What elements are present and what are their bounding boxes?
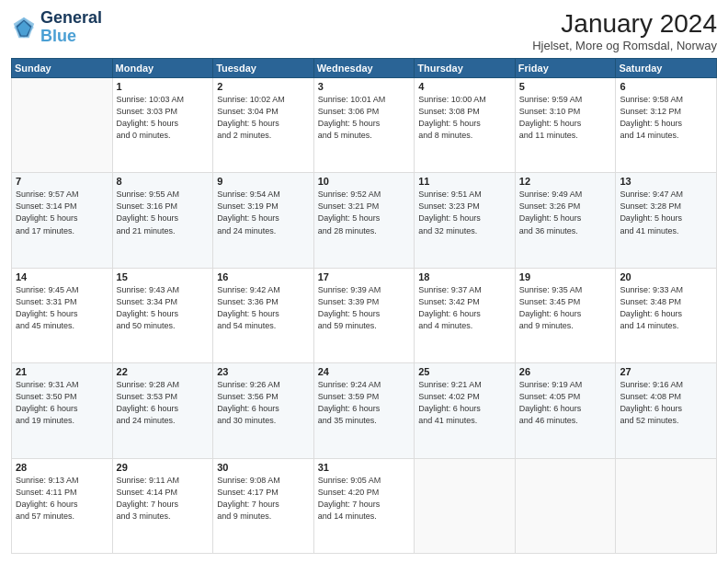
calendar-cell: 22Sunrise: 9:28 AM Sunset: 3:53 PM Dayli… bbox=[112, 363, 213, 458]
day-info: Sunrise: 9:37 AM Sunset: 3:42 PM Dayligh… bbox=[418, 284, 511, 332]
calendar-cell: 16Sunrise: 9:42 AM Sunset: 3:36 PM Dayli… bbox=[213, 268, 314, 362]
calendar-cell: 19Sunrise: 9:35 AM Sunset: 3:45 PM Dayli… bbox=[515, 268, 616, 362]
day-info: Sunrise: 9:28 AM Sunset: 3:53 PM Dayligh… bbox=[117, 379, 210, 427]
day-number: 3 bbox=[318, 81, 411, 92]
col-thursday: Thursday bbox=[415, 59, 516, 78]
calendar-cell: 12Sunrise: 9:49 AM Sunset: 3:26 PM Dayli… bbox=[515, 173, 616, 268]
day-number: 16 bbox=[217, 271, 310, 282]
day-number: 2 bbox=[217, 81, 310, 92]
day-info: Sunrise: 9:26 AM Sunset: 3:56 PM Dayligh… bbox=[217, 379, 310, 427]
calendar-cell: 13Sunrise: 9:47 AM Sunset: 3:28 PM Dayli… bbox=[616, 173, 717, 268]
day-number: 27 bbox=[620, 366, 712, 377]
day-info: Sunrise: 9:39 AM Sunset: 3:39 PM Dayligh… bbox=[318, 284, 411, 332]
day-number: 15 bbox=[117, 271, 210, 282]
day-number: 12 bbox=[519, 176, 612, 187]
day-number: 17 bbox=[318, 271, 411, 282]
calendar-cell: 31Sunrise: 9:05 AM Sunset: 4:20 PM Dayli… bbox=[313, 458, 415, 553]
day-number: 28 bbox=[16, 462, 108, 473]
day-number: 8 bbox=[117, 176, 210, 187]
day-number: 7 bbox=[16, 176, 108, 187]
day-number: 5 bbox=[519, 81, 612, 92]
page: General Blue January 2024 Hjelset, More … bbox=[0, 0, 728, 563]
calendar-cell: 26Sunrise: 9:19 AM Sunset: 4:05 PM Dayli… bbox=[515, 363, 616, 458]
day-number: 22 bbox=[117, 366, 210, 377]
col-sunday: Sunday bbox=[12, 59, 113, 78]
day-info: Sunrise: 9:42 AM Sunset: 3:36 PM Dayligh… bbox=[217, 284, 310, 332]
calendar-cell: 7Sunrise: 9:57 AM Sunset: 3:14 PM Daylig… bbox=[12, 173, 113, 268]
calendar-cell: 14Sunrise: 9:45 AM Sunset: 3:31 PM Dayli… bbox=[12, 268, 113, 362]
day-info: Sunrise: 9:16 AM Sunset: 4:08 PM Dayligh… bbox=[620, 379, 712, 427]
day-info: Sunrise: 9:05 AM Sunset: 4:20 PM Dayligh… bbox=[318, 475, 411, 523]
calendar-week-row: 7Sunrise: 9:57 AM Sunset: 3:14 PM Daylig… bbox=[12, 173, 717, 268]
day-info: Sunrise: 10:00 AM Sunset: 3:08 PM Daylig… bbox=[418, 94, 511, 142]
calendar-cell: 4Sunrise: 10:00 AM Sunset: 3:08 PM Dayli… bbox=[415, 78, 516, 173]
logo-icon bbox=[11, 15, 37, 40]
day-info: Sunrise: 10:03 AM Sunset: 3:03 PM Daylig… bbox=[117, 94, 210, 142]
calendar-cell bbox=[616, 458, 717, 553]
day-info: Sunrise: 9:35 AM Sunset: 3:45 PM Dayligh… bbox=[519, 284, 612, 332]
day-info: Sunrise: 9:58 AM Sunset: 3:12 PM Dayligh… bbox=[620, 94, 712, 142]
day-info: Sunrise: 9:19 AM Sunset: 4:05 PM Dayligh… bbox=[519, 379, 612, 427]
day-info: Sunrise: 9:24 AM Sunset: 3:59 PM Dayligh… bbox=[318, 379, 411, 427]
calendar-cell: 15Sunrise: 9:43 AM Sunset: 3:34 PM Dayli… bbox=[112, 268, 213, 362]
day-info: Sunrise: 9:33 AM Sunset: 3:48 PM Dayligh… bbox=[620, 284, 712, 332]
calendar-cell: 1Sunrise: 10:03 AM Sunset: 3:03 PM Dayli… bbox=[112, 78, 213, 173]
calendar-cell: 11Sunrise: 9:51 AM Sunset: 3:23 PM Dayli… bbox=[415, 173, 516, 268]
calendar-cell: 25Sunrise: 9:21 AM Sunset: 4:02 PM Dayli… bbox=[415, 363, 516, 458]
col-monday: Monday bbox=[112, 59, 213, 78]
calendar-cell: 10Sunrise: 9:52 AM Sunset: 3:21 PM Dayli… bbox=[313, 173, 415, 268]
day-number: 9 bbox=[217, 176, 310, 187]
calendar-cell: 17Sunrise: 9:39 AM Sunset: 3:39 PM Dayli… bbox=[313, 268, 415, 362]
logo-text: General Blue bbox=[40, 9, 102, 46]
day-info: Sunrise: 9:45 AM Sunset: 3:31 PM Dayligh… bbox=[16, 284, 108, 332]
day-number: 18 bbox=[418, 271, 511, 282]
calendar-cell: 2Sunrise: 10:02 AM Sunset: 3:04 PM Dayli… bbox=[213, 78, 314, 173]
day-number: 11 bbox=[418, 176, 511, 187]
calendar-cell: 18Sunrise: 9:37 AM Sunset: 3:42 PM Dayli… bbox=[415, 268, 516, 362]
day-number: 24 bbox=[318, 366, 411, 377]
calendar-cell: 28Sunrise: 9:13 AM Sunset: 4:11 PM Dayli… bbox=[12, 458, 113, 553]
day-info: Sunrise: 9:54 AM Sunset: 3:19 PM Dayligh… bbox=[217, 189, 310, 236]
day-info: Sunrise: 9:11 AM Sunset: 4:14 PM Dayligh… bbox=[117, 475, 210, 523]
subtitle: Hjelset, More og Romsdal, Norway bbox=[532, 39, 717, 52]
day-number: 25 bbox=[418, 366, 511, 377]
day-number: 29 bbox=[117, 462, 210, 473]
logo-line1: General bbox=[40, 9, 102, 28]
calendar-header: Sunday Monday Tuesday Wednesday Thursday… bbox=[12, 59, 717, 78]
calendar-cell: 21Sunrise: 9:31 AM Sunset: 3:50 PM Dayli… bbox=[12, 363, 113, 458]
calendar-cell: 29Sunrise: 9:11 AM Sunset: 4:14 PM Dayli… bbox=[112, 458, 213, 553]
day-info: Sunrise: 10:02 AM Sunset: 3:04 PM Daylig… bbox=[217, 94, 310, 142]
calendar-cell: 9Sunrise: 9:54 AM Sunset: 3:19 PM Daylig… bbox=[213, 173, 314, 268]
calendar-cell: 20Sunrise: 9:33 AM Sunset: 3:48 PM Dayli… bbox=[616, 268, 717, 362]
calendar-cell: 8Sunrise: 9:55 AM Sunset: 3:16 PM Daylig… bbox=[112, 173, 213, 268]
day-number: 1 bbox=[117, 81, 210, 92]
logo-line2: Blue bbox=[40, 28, 102, 46]
calendar-week-row: 1Sunrise: 10:03 AM Sunset: 3:03 PM Dayli… bbox=[12, 78, 717, 173]
title-block: January 2024 Hjelset, More og Romsdal, N… bbox=[532, 9, 717, 52]
day-number: 23 bbox=[217, 366, 310, 377]
day-info: Sunrise: 9:55 AM Sunset: 3:16 PM Dayligh… bbox=[117, 189, 210, 236]
day-info: Sunrise: 9:52 AM Sunset: 3:21 PM Dayligh… bbox=[318, 189, 411, 236]
day-info: Sunrise: 9:31 AM Sunset: 3:50 PM Dayligh… bbox=[16, 379, 108, 427]
main-title: January 2024 bbox=[532, 9, 717, 39]
col-saturday: Saturday bbox=[616, 59, 717, 78]
day-info: Sunrise: 9:49 AM Sunset: 3:26 PM Dayligh… bbox=[519, 189, 612, 236]
day-number: 14 bbox=[16, 271, 108, 282]
calendar-cell: 3Sunrise: 10:01 AM Sunset: 3:06 PM Dayli… bbox=[313, 78, 415, 173]
day-number: 30 bbox=[217, 462, 310, 473]
calendar-table: Sunday Monday Tuesday Wednesday Thursday… bbox=[11, 58, 717, 554]
calendar-week-row: 14Sunrise: 9:45 AM Sunset: 3:31 PM Dayli… bbox=[12, 268, 717, 362]
day-info: Sunrise: 9:51 AM Sunset: 3:23 PM Dayligh… bbox=[418, 189, 511, 236]
calendar-cell bbox=[12, 78, 113, 173]
day-info: Sunrise: 9:21 AM Sunset: 4:02 PM Dayligh… bbox=[418, 379, 511, 427]
day-info: Sunrise: 10:01 AM Sunset: 3:06 PM Daylig… bbox=[318, 94, 411, 142]
day-number: 21 bbox=[16, 366, 108, 377]
calendar-cell bbox=[515, 458, 616, 553]
calendar-cell: 6Sunrise: 9:58 AM Sunset: 3:12 PM Daylig… bbox=[616, 78, 717, 173]
day-number: 6 bbox=[620, 81, 712, 92]
day-info: Sunrise: 9:08 AM Sunset: 4:17 PM Dayligh… bbox=[217, 475, 310, 523]
day-info: Sunrise: 9:57 AM Sunset: 3:14 PM Dayligh… bbox=[16, 189, 108, 236]
calendar-cell: 24Sunrise: 9:24 AM Sunset: 3:59 PM Dayli… bbox=[313, 363, 415, 458]
day-number: 10 bbox=[318, 176, 411, 187]
day-number: 4 bbox=[418, 81, 511, 92]
